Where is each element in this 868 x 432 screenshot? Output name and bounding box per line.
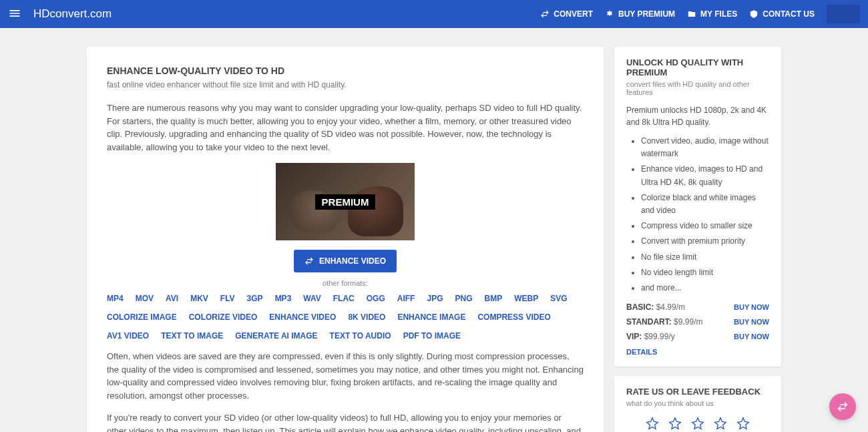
format-link[interactable]: AIFF <box>397 294 415 303</box>
nav-convert[interactable]: CONVERT <box>540 9 593 19</box>
format-link[interactable]: FLAC <box>333 294 355 303</box>
rate-card: RATE US OR LEAVE FEEDBACK what do you th… <box>614 376 781 432</box>
swap-icon <box>304 256 314 266</box>
details-link[interactable]: DETAILS <box>626 348 769 356</box>
logo[interactable]: HDconvert.com <box>33 7 112 21</box>
hamburger-menu-icon[interactable] <box>8 7 21 22</box>
page-title: ENHANCE LOW-QUALITY VIDEO TO HD <box>107 65 584 76</box>
formats-row-2: COLORIZE IMAGECOLORIZE VIDEOENHANCE VIDE… <box>107 312 584 322</box>
format-link[interactable]: SVG <box>550 294 567 303</box>
rate-subtitle: what do you think about us <box>626 399 769 407</box>
star-2[interactable] <box>668 417 682 430</box>
premium-feature-item: and more... <box>641 282 769 294</box>
swap-icon <box>837 401 849 413</box>
format-link[interactable]: AVI <box>166 294 178 303</box>
premium-card: UNLOCK HD QUALITY WITH PREMIUM convert f… <box>614 47 781 367</box>
plan-row: STANDART: $9.99/mBUY NOW <box>626 317 769 327</box>
format-link[interactable]: COMPRESS VIDEO <box>477 312 550 322</box>
paragraph-3: If you're ready to convert your SD video… <box>107 411 584 432</box>
format-link[interactable]: MP3 <box>275 294 292 303</box>
format-link[interactable]: OGG <box>367 294 385 303</box>
premium-feature-item: Enhance video, images to HD and Ultra HD… <box>641 163 769 188</box>
format-link[interactable]: 3GP <box>247 294 263 303</box>
formats-row-1: MP4MOVAVIMKVFLV3GPMP3WAVFLACOGGAIFFJPGPN… <box>107 294 584 303</box>
premium-feature-item: Convert video, audio, image without wate… <box>641 135 769 160</box>
buy-now-link[interactable]: BUY NOW <box>734 318 769 326</box>
premium-title: UNLOCK HD QUALITY WITH PREMIUM <box>626 57 769 77</box>
format-link[interactable]: FLV <box>220 294 235 303</box>
premium-feature-item: Colorize black and white images and vide… <box>641 192 769 217</box>
format-link[interactable]: WEBP <box>514 294 538 303</box>
nav-contact-us-label: CONTACT US <box>763 9 815 19</box>
premium-feature-item: Compress video to smaller size <box>641 220 769 232</box>
video-preview: PREMIUM <box>276 163 415 240</box>
star-4[interactable] <box>714 417 727 430</box>
rating-stars <box>626 417 769 430</box>
format-link[interactable]: JPG <box>427 294 443 303</box>
format-link[interactable]: ENHANCE VIDEO <box>269 312 336 322</box>
plan-price: $9.99/m <box>674 317 702 327</box>
premium-desc: Premium unlocks HD 1080p, 2k and 4K and … <box>626 104 769 128</box>
nav-buy-premium-label: BUY PREMIUM <box>618 9 675 19</box>
premium-watermark: PREMIUM <box>315 194 376 210</box>
main-content-card: ENHANCE LOW-QUALITY VIDEO TO HD fast onl… <box>87 47 604 432</box>
floating-action-button[interactable] <box>829 393 856 420</box>
star-1[interactable] <box>646 417 659 430</box>
enhance-video-label: ENHANCE VIDEO <box>319 256 386 266</box>
premium-feature-item: No file size limit <box>641 251 769 264</box>
paragraph-2: Often, when videos are saved are they ar… <box>107 350 584 402</box>
format-link[interactable]: WAV <box>303 294 320 303</box>
other-formats-label: other formats: <box>107 279 584 287</box>
nav-convert-label: CONVERT <box>554 9 593 19</box>
star-5[interactable] <box>736 417 750 430</box>
format-link[interactable]: ENHANCE IMAGE <box>397 312 465 322</box>
plan-name: VIP: <box>626 332 644 341</box>
format-link[interactable]: TEXT TO AUDIO <box>330 331 391 341</box>
premium-feature-item: No video length limit <box>641 266 769 279</box>
plan-price: $4.99/m <box>656 302 685 312</box>
premium-subtitle: convert files with HD quality and other … <box>626 80 769 96</box>
format-link[interactable]: GENERATE AI IMAGE <box>235 331 317 341</box>
premium-features-list: Convert video, audio, image without wate… <box>626 135 769 294</box>
header-slot[interactable] <box>827 5 860 23</box>
plan-row: VIP: $99.99/yBUY NOW <box>626 332 769 341</box>
format-link[interactable]: 8K VIDEO <box>348 312 385 322</box>
plan-price: $99.99/y <box>644 332 675 341</box>
nav-my-files-label: MY FILES <box>700 9 737 19</box>
nav-my-files[interactable]: MY FILES <box>687 9 737 19</box>
buy-now-link[interactable]: BUY NOW <box>734 303 769 311</box>
format-link[interactable]: BMP <box>484 294 502 303</box>
intro-paragraph: There are numerous reasons why you may w… <box>107 101 584 154</box>
buy-now-link[interactable]: BUY NOW <box>734 333 769 341</box>
plan-name: BASIC: <box>626 302 656 312</box>
star-3[interactable] <box>691 417 704 430</box>
format-link[interactable]: MP4 <box>107 294 124 303</box>
page-subtitle: fast online video enhancer without file … <box>107 80 584 89</box>
rate-title: RATE US OR LEAVE FEEDBACK <box>626 387 769 397</box>
header-bar: HDconvert.com CONVERT BUY PREMIUM MY FIL… <box>0 0 868 28</box>
format-link[interactable]: MKV <box>190 294 208 303</box>
format-link[interactable]: PNG <box>455 294 472 303</box>
format-link[interactable]: MOV <box>136 294 154 303</box>
enhance-video-button[interactable]: ENHANCE VIDEO <box>294 250 397 272</box>
nav-buy-premium[interactable]: BUY PREMIUM <box>605 9 675 19</box>
format-link[interactable]: AV1 VIDEO <box>107 331 149 341</box>
format-link[interactable]: TEXT TO IMAGE <box>161 331 223 341</box>
nav-contact-us[interactable]: CONTACT US <box>749 9 815 19</box>
format-link[interactable]: COLORIZE VIDEO <box>189 312 258 322</box>
format-link[interactable]: COLORIZE IMAGE <box>107 312 177 322</box>
premium-feature-item: Convert with premium priority <box>641 235 769 248</box>
format-link[interactable]: PDF TO IMAGE <box>403 331 461 341</box>
plan-name: STANDART: <box>626 317 674 327</box>
plan-row: BASIC: $4.99/mBUY NOW <box>626 302 769 312</box>
formats-row-3: AV1 VIDEOTEXT TO IMAGEGENERATE AI IMAGET… <box>107 331 584 341</box>
